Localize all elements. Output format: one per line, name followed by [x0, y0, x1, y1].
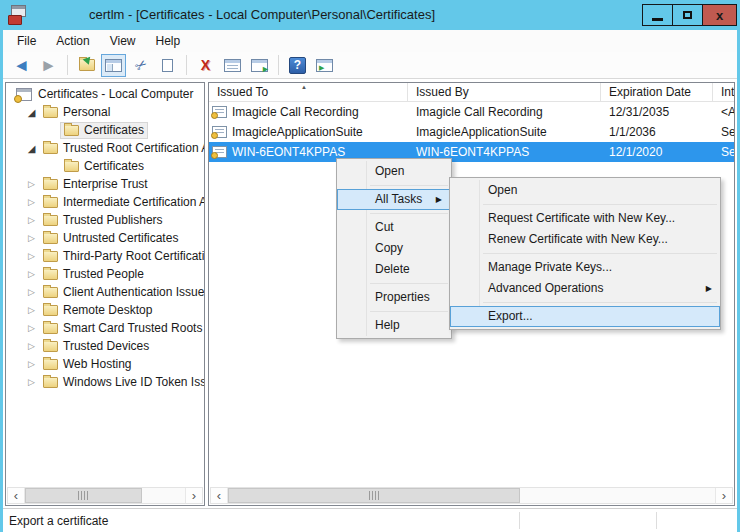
tree-item-web-hosting[interactable]: ▷Web Hosting: [6, 355, 204, 373]
export-list-button[interactable]: [247, 54, 272, 77]
tree-item-remote-desktop[interactable]: ▷Remote Desktop: [6, 301, 204, 319]
help-button[interactable]: ?: [285, 54, 310, 77]
menu-item-open[interactable]: Open: [337, 161, 451, 182]
expanded-arrow-icon[interactable]: ◢: [24, 107, 39, 118]
collapsed-arrow-icon[interactable]: ▷: [24, 359, 39, 369]
tree-item-label: Windows Live ID Token Issue: [63, 375, 204, 389]
tree-item-label: Remote Desktop: [63, 303, 152, 317]
tree-item-certificates[interactable]: Certificates: [6, 157, 204, 175]
scrollbar-track[interactable]: [25, 488, 185, 503]
issued-to-cell: WIN-6EONT4KPPAS: [209, 145, 408, 159]
scroll-left-button[interactable]: ‹: [211, 488, 228, 503]
expanded-arrow-icon[interactable]: ◢: [24, 143, 39, 154]
scroll-right-button[interactable]: ›: [185, 488, 202, 503]
close-button[interactable]: x: [702, 4, 737, 26]
menu-item-label: All Tasks: [375, 192, 422, 206]
delete-button[interactable]: X: [193, 54, 218, 77]
column-header-inte[interactable]: Inte: [713, 83, 734, 101]
back-button[interactable]: ◄: [9, 54, 34, 77]
tree-item-label: Trusted Root Certification Au: [63, 141, 204, 155]
statusbar: Export a certificate: [3, 508, 737, 532]
tree-item-smart-card-trusted-roots[interactable]: ▷Smart Card Trusted Roots: [6, 319, 204, 337]
tree-item-client-authentication-issuers[interactable]: ▷Client Authentication Issuers: [6, 283, 204, 301]
tree-horizontal-scrollbar[interactable]: ‹ ›: [7, 487, 203, 504]
collapsed-arrow-icon[interactable]: ▷: [24, 269, 39, 279]
certificate-row-imagicle-call-recording[interactable]: Imagicle Call RecordingImagicle Call Rec…: [209, 102, 734, 122]
menu-action[interactable]: Action: [46, 34, 99, 48]
tree-item-personal[interactable]: ◢Personal: [6, 103, 204, 121]
folder-icon: [43, 233, 58, 244]
menu-help[interactable]: Help: [146, 34, 191, 48]
action-pane-icon: [316, 59, 333, 72]
copy-button[interactable]: [155, 54, 180, 77]
tree-item-windows-live-id-token-issue[interactable]: ▷Windows Live ID Token Issue: [6, 373, 204, 391]
collapsed-arrow-icon[interactable]: ▷: [24, 287, 39, 297]
show-console-tree-button[interactable]: [101, 54, 126, 77]
menu-item-all-tasks[interactable]: All Tasks▶: [337, 189, 451, 210]
column-label: Issued By: [416, 85, 469, 99]
show-action-pane-button[interactable]: [312, 54, 337, 77]
menu-item-advanced-operations[interactable]: Advanced Operations▶: [450, 278, 720, 299]
tree-item-intermediate-certification-au[interactable]: ▷Intermediate Certification Au: [6, 193, 204, 211]
collapsed-arrow-icon[interactable]: ▷: [24, 179, 39, 189]
scrollbar-thumb[interactable]: [25, 488, 142, 503]
menu-separator: [483, 204, 717, 205]
certificate-row-imagicleapplicationsuite[interactable]: ImagicleApplicationSuiteImagicleApplicat…: [209, 122, 734, 142]
tree-item-trusted-people[interactable]: ▷Trusted People: [6, 265, 204, 283]
collapsed-arrow-icon[interactable]: ▷: [24, 377, 39, 387]
tree-item-certificates[interactable]: Certificates: [6, 121, 204, 139]
scrollbar-thumb[interactable]: [228, 488, 520, 503]
collapsed-arrow-icon[interactable]: ▷: [24, 215, 39, 225]
menu-item-export[interactable]: Export...: [450, 306, 720, 327]
menu-item-label: Renew Certificate with New Key...: [488, 232, 668, 246]
collapsed-arrow-icon[interactable]: ▷: [24, 251, 39, 261]
certificate-row-win-6eont4kppas[interactable]: WIN-6EONT4KPPASWIN-6EONT4KPPAS12/1/2020S…: [209, 142, 734, 162]
tree-item-trusted-root-certification-au[interactable]: ◢Trusted Root Certification Au: [6, 139, 204, 157]
tree-item-third-party-root-certification[interactable]: ▷Third-Party Root Certification: [6, 247, 204, 265]
collapsed-arrow-icon[interactable]: ▷: [24, 341, 39, 351]
tree-item-label: Trusted People: [63, 267, 144, 281]
menu-item-open[interactable]: Open: [450, 180, 720, 201]
tree-item-untrusted-certificates[interactable]: ▷Untrusted Certificates: [6, 229, 204, 247]
tree-item-trusted-publishers[interactable]: ▷Trusted Publishers: [6, 211, 204, 229]
menu-view[interactable]: View: [100, 34, 146, 48]
up-one-level-button[interactable]: [74, 54, 99, 77]
column-header-issued-to[interactable]: Issued To▲: [209, 83, 408, 101]
menu-item-delete[interactable]: Delete: [337, 259, 451, 280]
properties-button[interactable]: [220, 54, 245, 77]
cut-button[interactable]: ✂: [128, 54, 153, 77]
menu-item-properties[interactable]: Properties: [337, 287, 451, 308]
menu-item-manage-private-keys[interactable]: Manage Private Keys...: [450, 257, 720, 278]
scroll-left-button[interactable]: ‹: [8, 488, 25, 503]
back-arrow-icon: ◄: [13, 57, 30, 74]
titlebar[interactable]: certlm - [Certificates - Local Computer\…: [0, 0, 740, 30]
intended-purposes-cell: Ser: [713, 125, 734, 139]
scroll-right-icon: ›: [192, 489, 196, 502]
menu-item-cut[interactable]: Cut: [337, 217, 451, 238]
minimize-button[interactable]: [642, 4, 673, 26]
tree-item-enterprise-trust[interactable]: ▷Enterprise Trust: [6, 175, 204, 193]
collapsed-arrow-icon[interactable]: ▷: [24, 305, 39, 315]
tree-node: Trusted Root Certification Au: [39, 140, 204, 157]
folder-icon: [43, 143, 58, 154]
tree-item-label: Untrusted Certificates: [63, 231, 178, 245]
scroll-right-button[interactable]: ›: [715, 488, 732, 503]
menu-item-renew-certificate-with-new-key[interactable]: Renew Certificate with New Key...: [450, 229, 720, 250]
column-header-expiration-date[interactable]: Expiration Date: [601, 83, 713, 101]
collapsed-arrow-icon[interactable]: ▷: [24, 323, 39, 333]
forward-button[interactable]: ►: [36, 54, 61, 77]
collapsed-arrow-icon[interactable]: ▷: [24, 233, 39, 243]
list-horizontal-scrollbar[interactable]: ‹ ›: [210, 487, 733, 504]
window-title: certlm - [Certificates - Local Computer\…: [0, 0, 524, 30]
submenu-arrow-icon: ▶: [706, 278, 712, 299]
menu-file[interactable]: File: [7, 34, 46, 48]
tree-item-certificates-local-computer[interactable]: Certificates - Local Computer: [6, 85, 204, 103]
collapsed-arrow-icon[interactable]: ▷: [24, 197, 39, 207]
maximize-button[interactable]: [672, 4, 703, 26]
menu-item-request-certificate-with-new-key[interactable]: Request Certificate with New Key...: [450, 208, 720, 229]
menu-item-copy[interactable]: Copy: [337, 238, 451, 259]
column-header-issued-by[interactable]: Issued By: [408, 83, 601, 101]
scrollbar-track[interactable]: [228, 488, 715, 503]
tree-item-trusted-devices[interactable]: ▷Trusted Devices: [6, 337, 204, 355]
menu-item-help[interactable]: Help: [337, 315, 451, 336]
